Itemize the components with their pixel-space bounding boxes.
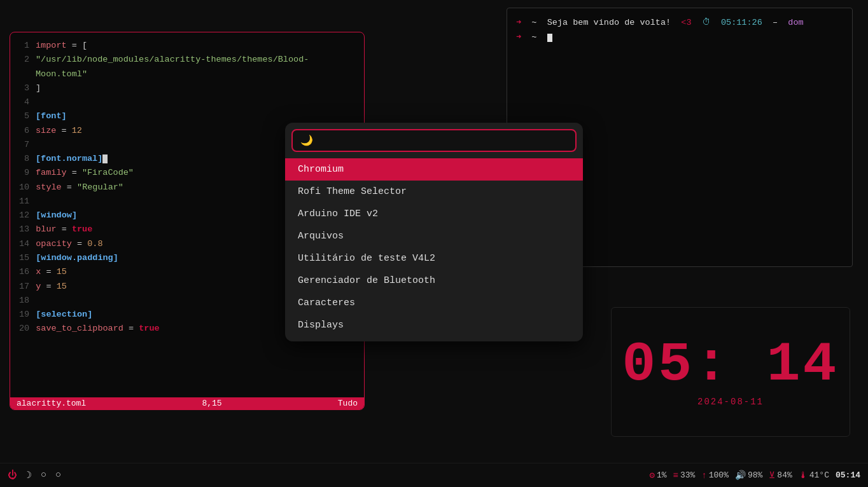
- line-number: 11: [19, 195, 29, 209]
- vol-value: 98%: [748, 470, 762, 480]
- rofi-results-list: ChromiumRofi Theme SelectorArduino IDE v…: [285, 156, 583, 341]
- net-value: 100%: [709, 470, 729, 480]
- line-code: "/usr/lib/node_modules/alacritty-themes/…: [36, 53, 355, 81]
- line-code: y = 15: [36, 280, 67, 294]
- editor-line-2: 2 "/usr/lib/node_modules/alacritty-theme…: [19, 53, 355, 81]
- editor-cursor: 8,15: [202, 399, 221, 408]
- line-number: 18: [19, 294, 29, 308]
- line-number: 8: [19, 152, 29, 166]
- vol-icon: 🔊: [735, 470, 746, 481]
- mem-stat: ≡ 33%: [673, 470, 696, 481]
- editor-line-5: 5[font]: [19, 109, 355, 123]
- line-code: family = "FiraCode": [36, 166, 134, 180]
- power-icon[interactable]: ⏻: [8, 470, 17, 481]
- line-number: 20: [19, 322, 29, 336]
- line-number: 14: [19, 237, 29, 251]
- line-code: style = "Regular": [36, 181, 123, 195]
- line-number: 15: [19, 251, 29, 265]
- clock-date: 2024-08-11: [697, 397, 764, 407]
- term-prompt-2: ➜: [516, 32, 521, 42]
- line-code: blur = true: [36, 223, 92, 237]
- rofi-item[interactable]: Utilitário de teste V4L2: [285, 247, 583, 270]
- line-number: 17: [19, 280, 29, 294]
- vol-stat: 🔊 98%: [735, 470, 762, 481]
- editor-statusbar: alacritty.toml 8,15 Tudo: [10, 397, 364, 409]
- net-icon: ↑: [701, 470, 706, 481]
- moon-icon[interactable]: ☽: [26, 469, 32, 481]
- editor-filename: alacritty.toml: [17, 399, 86, 408]
- cpu-value: 1%: [657, 470, 667, 480]
- term-clock-val: 05:11:26: [721, 18, 762, 27]
- line-code: opacity = 0.8: [36, 237, 102, 251]
- cpu-icon: ⚙: [649, 470, 654, 481]
- line-number: 10: [19, 181, 29, 195]
- mem-value: 33%: [680, 470, 695, 480]
- rofi-item[interactable]: Chromium: [285, 158, 583, 181]
- line-code: [font]: [36, 109, 67, 123]
- rofi-item[interactable]: Rofi Theme Selector: [285, 181, 583, 203]
- circle-icon-1[interactable]: ○: [41, 470, 46, 481]
- rofi-search-input[interactable]: [318, 135, 568, 146]
- line-code: import = [: [36, 39, 87, 53]
- editor-line-4: 4: [19, 95, 355, 109]
- rofi-item[interactable]: Displays: [285, 314, 583, 336]
- wifi-value: 84%: [777, 470, 792, 480]
- term-tilde-2: ~: [526, 32, 542, 42]
- term-tilde-1: ~: [526, 18, 542, 27]
- line-number: 9: [19, 166, 29, 180]
- editor-line-3: 3]: [19, 81, 355, 95]
- rofi-moon-icon: 🌙: [300, 134, 313, 147]
- net-stat: ↑ 100%: [701, 470, 729, 481]
- line-code: save_to_clipboard = true: [36, 322, 159, 336]
- term-dash: –: [767, 18, 783, 27]
- editor-line-1: 1import = [: [19, 39, 355, 53]
- term-prompt-1: ➜: [516, 18, 521, 27]
- line-code: [window.padding]: [36, 251, 118, 265]
- rofi-search-bar[interactable]: 🌙: [291, 129, 577, 152]
- taskbar-right: ⚙ 1% ≡ 33% ↑ 100% 🔊 98% ⊻ 84% 🌡 41°C 05:…: [649, 470, 860, 481]
- mem-icon: ≡: [673, 470, 678, 481]
- line-number: 3: [19, 81, 29, 95]
- taskbar: ⏻ ☽ ○ ○ ⚙ 1% ≡ 33% ↑ 100% 🔊 98% ⊻ 84% 🌡 …: [0, 463, 868, 487]
- term-time: ⏱: [702, 18, 716, 27]
- line-code: ]: [36, 81, 41, 95]
- rofi-item[interactable]: Gerenciador de Bluetooth: [285, 270, 583, 292]
- line-number: 5: [19, 109, 29, 123]
- line-number: 4: [19, 95, 29, 109]
- line-number: 13: [19, 223, 29, 237]
- editor-scroll: Tudo: [338, 399, 358, 408]
- wifi-stat: ⊻ 84%: [769, 470, 792, 481]
- taskbar-time: 05:14: [836, 470, 860, 480]
- line-number: 1: [19, 39, 29, 53]
- circle-icon-2[interactable]: ○: [55, 470, 61, 481]
- editor-cursor-block: [102, 154, 108, 163]
- term-cursor: [547, 34, 552, 42]
- terminal-line-1: ➜ ~ Seja bem vindo de volta! <3 ⏱ 05:11:…: [516, 16, 843, 31]
- rofi-item[interactable]: Arquivos: [285, 225, 583, 247]
- temp-icon: 🌡: [799, 470, 808, 481]
- line-code: [selection]: [36, 308, 92, 322]
- clock-widget: 05: 14 2024-08-11: [611, 307, 850, 437]
- rofi-item[interactable]: Caracteres: [285, 292, 583, 314]
- rofi-item[interactable]: Arduino IDE v2: [285, 203, 583, 225]
- wifi-icon: ⊻: [769, 470, 775, 481]
- line-number: 2: [19, 53, 29, 81]
- rofi-launcher: 🌙 ChromiumRofi Theme SelectorArduino IDE…: [285, 123, 583, 341]
- line-number: 6: [19, 124, 29, 138]
- term-day: dom: [788, 18, 803, 27]
- term-heart: <3: [676, 18, 696, 27]
- line-number: 16: [19, 265, 29, 279]
- line-code: size = 12: [36, 124, 82, 138]
- cpu-stat: ⚙ 1%: [649, 470, 666, 481]
- term-welcome: Seja bem vindo de volta!: [547, 18, 671, 27]
- line-number: 19: [19, 308, 29, 322]
- line-code: [window]: [36, 209, 77, 223]
- line-code: [font.normal]: [36, 152, 108, 166]
- terminal-line-2: ➜ ~: [516, 31, 843, 45]
- taskbar-left: ⏻ ☽ ○ ○: [8, 469, 61, 481]
- clock-digits: 05: 14: [622, 337, 839, 393]
- temp-stat: 🌡 41°C: [799, 470, 829, 481]
- line-code: x = 15: [36, 265, 67, 279]
- temp-value: 41°C: [809, 470, 829, 480]
- line-number: 12: [19, 209, 29, 223]
